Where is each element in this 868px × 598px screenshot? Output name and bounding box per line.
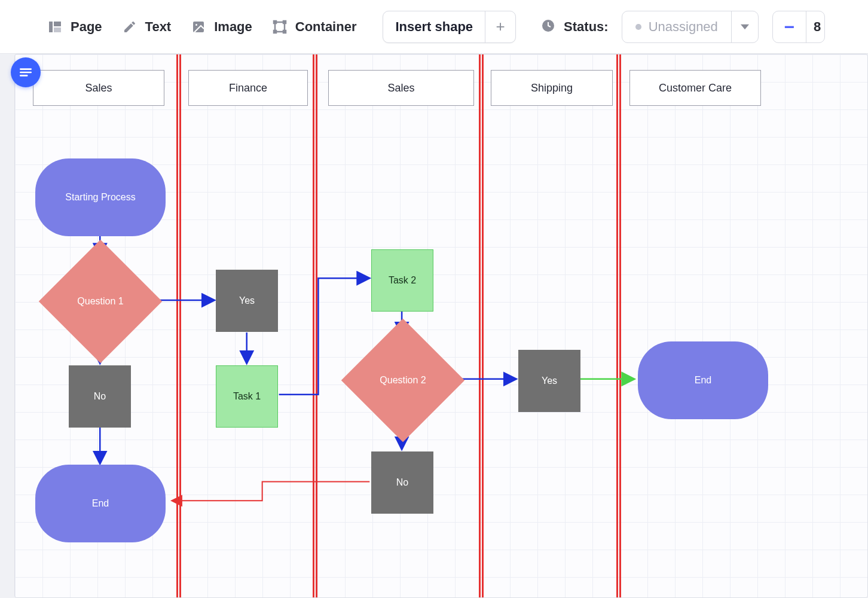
lane-separator	[313, 54, 317, 597]
container-tool-label: Container	[295, 19, 357, 35]
chevron-down-icon[interactable]	[732, 11, 758, 42]
lane-header-sales-1[interactable]: Sales	[33, 70, 164, 106]
svg-rect-8	[274, 30, 276, 33]
node-label: Task 2	[389, 275, 416, 286]
node-task-2[interactable]: Task 2	[371, 249, 433, 312]
menu-lines-icon	[18, 65, 33, 80]
lane-header-finance[interactable]: Finance	[188, 70, 308, 106]
edit-icon	[123, 20, 137, 34]
node-label: End	[695, 375, 711, 386]
status-label: Status:	[564, 19, 609, 35]
node-question-1[interactable]: Question 1	[57, 258, 144, 345]
page-tool-label: Page	[71, 19, 102, 35]
node-no-1[interactable]: No	[69, 365, 131, 428]
page-layout-icon	[48, 20, 62, 34]
node-label: Question 2	[380, 375, 426, 386]
svg-rect-7	[283, 21, 286, 23]
node-label: Question 1	[77, 296, 123, 307]
zoom-control: − 8	[772, 11, 825, 43]
container-tool[interactable]: Container	[268, 16, 362, 38]
container-icon	[273, 20, 287, 34]
insert-shape-button[interactable]: Insert shape +	[383, 11, 516, 43]
lane-header-shipping[interactable]: Shipping	[491, 70, 613, 106]
node-label: Task 1	[233, 391, 261, 402]
image-tool[interactable]: Image	[187, 16, 257, 38]
image-tool-label: Image	[214, 19, 252, 35]
svg-rect-6	[274, 21, 276, 23]
node-end-1[interactable]: End	[35, 465, 166, 542]
lane-separator	[479, 54, 484, 597]
node-end-2[interactable]: End	[638, 341, 768, 419]
lane-label: Finance	[229, 82, 267, 94]
text-tool[interactable]: Text	[118, 16, 176, 38]
lane-header-customer-care[interactable]: Customer Care	[629, 70, 761, 106]
node-start[interactable]: Starting Process	[35, 158, 166, 236]
diagram-canvas[interactable]: Sales Finance Sales Shipping Customer Ca…	[14, 54, 868, 598]
lane-label: Shipping	[531, 82, 573, 94]
node-label: Yes	[239, 295, 255, 306]
lane-header-sales-2[interactable]: Sales	[328, 70, 474, 106]
svg-rect-9	[283, 30, 286, 33]
zoom-out-button[interactable]: −	[773, 11, 806, 42]
insert-shape-label: Insert shape	[383, 11, 485, 42]
status-dropdown[interactable]: Unassigned	[622, 11, 759, 43]
lane-separator	[616, 54, 621, 597]
svg-rect-2	[54, 28, 61, 32]
node-label: No	[396, 477, 408, 488]
lane-label: Sales	[85, 82, 112, 94]
node-label: No	[94, 391, 106, 402]
svg-rect-0	[49, 22, 53, 32]
node-label: End	[92, 498, 109, 509]
image-icon	[191, 20, 206, 34]
node-yes-1[interactable]: Yes	[216, 270, 278, 332]
toolbar: Page Text Image Container Insert shape +…	[0, 0, 868, 54]
node-label: Starting Process	[65, 192, 135, 203]
clock-icon	[541, 19, 555, 35]
svg-rect-1	[54, 22, 61, 26]
lane-separator	[176, 54, 181, 597]
text-tool-label: Text	[145, 19, 172, 35]
node-label: Yes	[542, 376, 557, 386]
document-menu-button[interactable]	[11, 57, 41, 87]
lane-label: Customer Care	[659, 82, 732, 94]
node-task-1[interactable]: Task 1	[216, 365, 278, 428]
node-question-2[interactable]: Question 2	[359, 337, 447, 424]
status-value: Unassigned	[622, 11, 732, 42]
zoom-value: 8	[806, 19, 824, 35]
node-yes-2[interactable]: Yes	[518, 350, 580, 412]
status-group: Status: Unassigned	[541, 11, 759, 43]
lane-label: Sales	[387, 82, 414, 94]
node-no-2[interactable]: No	[371, 451, 433, 514]
svg-point-4	[195, 24, 197, 26]
page-tool[interactable]: Page	[43, 16, 107, 38]
plus-icon[interactable]: +	[485, 11, 515, 42]
